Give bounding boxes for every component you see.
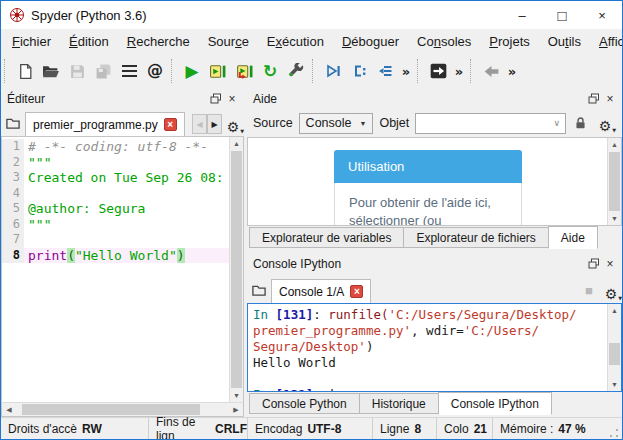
run-cell-advance-button[interactable] bbox=[231, 57, 257, 85]
debug-continue-button[interactable] bbox=[320, 57, 346, 85]
console-tab[interactable]: Console 1/A × bbox=[271, 279, 371, 303]
object-combobox[interactable]: ∨ bbox=[415, 113, 566, 134]
back-arrow-icon bbox=[482, 63, 501, 80]
debug-overflow-chevron[interactable]: » bbox=[398, 57, 414, 85]
code-editor[interactable]: 1# -*- coding: utf-8 -*- 2""" 3Created o… bbox=[1, 136, 244, 402]
debug-step-button[interactable] bbox=[346, 57, 372, 85]
tab-scroll-left-button[interactable]: ◀ bbox=[192, 114, 207, 134]
menu-projets[interactable]: Projets bbox=[480, 31, 538, 52]
editor-vertical-scrollbar[interactable]: ▲ ▼ bbox=[229, 137, 243, 402]
console-undock-button[interactable] bbox=[586, 256, 602, 272]
menu-recherche[interactable]: Recherche bbox=[118, 31, 199, 52]
nav-overflow-chevron[interactable]: » bbox=[504, 57, 520, 85]
scrollbar-thumb[interactable] bbox=[609, 343, 620, 365]
undock-icon bbox=[588, 93, 600, 105]
scrollbar-thumb[interactable] bbox=[231, 151, 242, 388]
scroll-up-icon[interactable]: ▲ bbox=[608, 138, 621, 151]
console-text[interactable]: In [131]: runfile('C:/Users/Segura/Deskt… bbox=[248, 304, 607, 391]
menu-consoles[interactable]: Consoles bbox=[408, 31, 480, 52]
minimize-button[interactable]: – bbox=[502, 1, 542, 29]
console-scrollbar[interactable]: ▲ ▼ bbox=[607, 304, 621, 391]
editor-options-button[interactable]: ⚙▼ bbox=[222, 113, 244, 135]
resize-grip[interactable] bbox=[608, 427, 620, 439]
console-content[interactable]: In [131]: runfile('C:/Users/Segura/Deskt… bbox=[247, 303, 622, 392]
editor-panel: Éditeur × premier_programme.py × ◀ ▶ ⚙▼ bbox=[1, 89, 244, 417]
wrench-icon bbox=[288, 63, 305, 80]
menu-outils[interactable]: Outils bbox=[539, 31, 590, 52]
open-file-button[interactable] bbox=[38, 57, 64, 85]
text-cursor: | bbox=[328, 387, 336, 391]
scroll-right-icon[interactable]: ▶ bbox=[229, 406, 243, 414]
save-all-button[interactable] bbox=[90, 57, 116, 85]
scrollbar-track[interactable] bbox=[230, 150, 243, 389]
lock-button[interactable] bbox=[572, 115, 588, 131]
scroll-down-icon[interactable]: ▼ bbox=[608, 212, 621, 225]
console-output: Hello World bbox=[253, 355, 336, 370]
scroll-left-icon[interactable]: ◀ bbox=[2, 406, 16, 414]
stop-execution-button[interactable]: ■ bbox=[578, 279, 600, 301]
run-cell-button[interactable] bbox=[205, 57, 231, 85]
menu-affichage[interactable]: Affichage bbox=[590, 31, 623, 52]
save-button[interactable] bbox=[64, 57, 90, 85]
help-options-button[interactable]: ⚙▼ bbox=[594, 112, 616, 134]
editor-tab-close-icon[interactable]: × bbox=[164, 118, 177, 131]
menu-edition[interactable]: Édition bbox=[60, 31, 118, 52]
tab-help[interactable]: Aide bbox=[548, 226, 598, 249]
configure-button[interactable] bbox=[283, 57, 309, 85]
editor-horizontal-scrollbar[interactable]: ◀ ▶ bbox=[1, 402, 244, 417]
title-bar: Spyder (Python 3.6) – □ × bbox=[1, 1, 622, 29]
editor-undock-button[interactable] bbox=[208, 91, 224, 107]
editor-close-panel-button[interactable]: × bbox=[224, 91, 240, 107]
browse-tabs-button[interactable] bbox=[1, 111, 25, 135]
panels-overflow-chevron[interactable]: » bbox=[451, 57, 467, 85]
help-undock-button[interactable] bbox=[586, 91, 602, 107]
close-button[interactable]: × bbox=[582, 1, 622, 29]
editor-panel-header: Éditeur × bbox=[1, 89, 244, 109]
status-eol: Fins de lignCRLF bbox=[149, 418, 248, 439]
console-tab-close-icon[interactable]: × bbox=[350, 285, 363, 298]
menu-deboguer[interactable]: Déboguer bbox=[333, 31, 408, 52]
external-console-button[interactable] bbox=[425, 57, 451, 85]
console-options-button[interactable]: ⚙▼ bbox=[600, 280, 622, 302]
scrollbar-track[interactable] bbox=[16, 403, 229, 416]
run-button[interactable]: ▶ bbox=[179, 57, 205, 85]
ipython-console-panel: Console IPython × Console 1/A × bbox=[247, 254, 622, 417]
maximize-button[interactable]: □ bbox=[542, 1, 582, 29]
tab-variable-explorer[interactable]: Explorateur de variables bbox=[249, 227, 404, 248]
mention-button[interactable]: @ bbox=[142, 57, 168, 85]
menu-source[interactable]: Source bbox=[199, 31, 258, 52]
menu-execution[interactable]: Exécution bbox=[258, 31, 333, 52]
scrollbar-thumb[interactable] bbox=[22, 404, 200, 415]
combo-caret-icon: ∨ bbox=[553, 118, 560, 128]
tab-history[interactable]: Historique bbox=[359, 393, 439, 414]
scrollbar-track[interactable] bbox=[608, 317, 621, 378]
outline-button[interactable] bbox=[116, 57, 142, 85]
scrollbar-thumb[interactable] bbox=[609, 152, 620, 211]
navigate-back-button[interactable] bbox=[478, 57, 504, 85]
debug-step-return-button[interactable] bbox=[372, 57, 398, 85]
scrollbar-track[interactable] bbox=[608, 151, 621, 212]
scroll-down-icon[interactable]: ▼ bbox=[230, 389, 243, 402]
new-file-button[interactable] bbox=[12, 57, 38, 85]
console-close-panel-button[interactable]: × bbox=[602, 256, 618, 272]
help-close-panel-button[interactable]: × bbox=[602, 91, 618, 107]
menu-fichier[interactable]: Fichier bbox=[3, 31, 60, 52]
code-area[interactable]: 1# -*- coding: utf-8 -*- 2""" 3Created o… bbox=[2, 137, 229, 402]
tab-file-explorer[interactable]: Explorateur de fichiers bbox=[403, 227, 548, 248]
help-scrollbar[interactable]: ▲ ▼ bbox=[607, 138, 621, 225]
editor-tab-premier-programme[interactable]: premier_programme.py × bbox=[25, 112, 185, 136]
console-tab-row: Console 1/A × ■ ⚙▼ bbox=[247, 274, 622, 303]
restart-kernel-button[interactable]: ↻ bbox=[257, 57, 283, 85]
tab-python-console[interactable]: Console Python bbox=[249, 393, 360, 414]
browse-consoles-button[interactable] bbox=[247, 278, 271, 302]
debug-step-icon bbox=[351, 63, 368, 79]
tab-scroll-right-button[interactable]: ▶ bbox=[207, 114, 222, 134]
scroll-up-icon[interactable]: ▲ bbox=[608, 304, 621, 317]
source-dropdown[interactable]: Console▼ bbox=[299, 113, 374, 134]
status-memory: Mémoire :47 % bbox=[493, 418, 608, 439]
tab-ipython-console[interactable]: Console IPython bbox=[438, 392, 552, 415]
scroll-down-icon[interactable]: ▼ bbox=[608, 378, 621, 391]
console-bottom-tab-bar: Console Python Historique Console IPytho… bbox=[247, 392, 622, 417]
toolbar-separator bbox=[4, 59, 8, 83]
scroll-up-icon[interactable]: ▲ bbox=[230, 137, 243, 150]
